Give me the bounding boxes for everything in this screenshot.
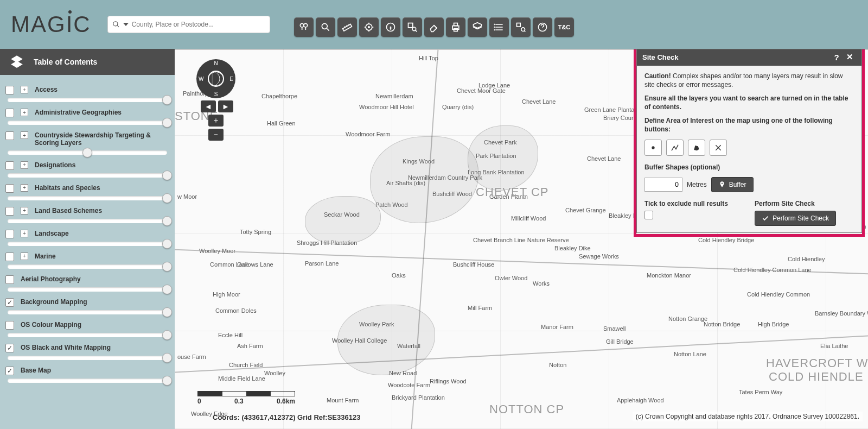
opacity-slider[interactable] — [8, 121, 167, 125]
search-box[interactable] — [107, 16, 270, 33]
panel-body: Caution! Complex shapes and/or too many … — [637, 66, 861, 232]
main-area: Table of Contents +Access+Administrative… — [0, 49, 868, 429]
exclude-checkbox[interactable] — [644, 211, 653, 219]
layer-label: Base Map — [21, 367, 169, 374]
aoi-clear[interactable] — [710, 140, 727, 156]
zoom-area-tool[interactable] — [403, 17, 422, 37]
map-label: Cold Hiendley — [788, 256, 825, 262]
map-label: Gallows Lane — [237, 261, 273, 268]
map-label: Bushcliff House — [453, 261, 494, 268]
info-tool[interactable] — [381, 17, 400, 37]
search-tool[interactable] — [316, 17, 335, 37]
buffer-input[interactable] — [644, 178, 682, 192]
svg-rect-10 — [454, 23, 458, 26]
bookmark-tool[interactable] — [468, 17, 487, 37]
opacity-slider[interactable] — [8, 378, 167, 383]
layer-checkbox[interactable] — [5, 298, 14, 307]
app-header: MAGIC T&C — [0, 0, 868, 49]
map-label: Woolley Hall College — [332, 337, 387, 344]
map-label: Monckton Manor — [647, 272, 691, 279]
opacity-slider[interactable] — [8, 264, 167, 269]
layer-checkbox[interactable] — [5, 230, 14, 238]
layer-checkbox[interactable] — [5, 86, 14, 94]
map-label: HAVERCROFT W — [766, 356, 868, 370]
svg-point-14 — [494, 29, 495, 30]
search-input[interactable] — [132, 21, 265, 28]
aoi-line[interactable] — [666, 140, 684, 156]
opacity-slider[interactable] — [8, 196, 167, 200]
layer-expand[interactable]: + — [21, 86, 28, 93]
svg-point-0 — [300, 23, 304, 27]
map-label: Woodmoor Farm — [346, 131, 390, 137]
map-label: COLD HIENDLE — [769, 370, 864, 384]
aoi-point[interactable] — [644, 140, 662, 156]
layer-label: Background Mapping — [21, 298, 169, 306]
layer-label: Marine — [35, 253, 169, 260]
layer-checkbox[interactable] — [5, 344, 14, 352]
app-logo: MAGIC — [11, 11, 91, 37]
layer-row: +Access — [5, 81, 169, 104]
layer-checkbox[interactable] — [5, 161, 14, 170]
sitecheck-tool[interactable] — [511, 17, 531, 37]
panel-header[interactable]: Site Check ? ✕ — [637, 49, 861, 66]
aoi-polygon[interactable] — [688, 140, 705, 156]
layer-expand[interactable]: + — [21, 131, 28, 139]
panel-close-icon[interactable]: ✕ — [843, 52, 856, 62]
help-tool[interactable] — [533, 17, 552, 37]
map-label: High Moor — [213, 291, 240, 298]
layer-expand[interactable]: + — [21, 207, 28, 214]
map-label: Barnsley Boundary Walk — [815, 310, 868, 317]
opacity-slider[interactable] — [8, 356, 167, 360]
print-tool[interactable] — [446, 17, 465, 37]
layer-expand[interactable]: + — [21, 230, 28, 237]
map-label: Hall Green — [267, 120, 296, 127]
nav-next[interactable]: ► — [218, 100, 233, 112]
layer-checkbox[interactable] — [5, 184, 14, 193]
measure-tool[interactable] — [337, 17, 357, 37]
opacity-slider[interactable] — [8, 150, 167, 155]
layer-row: Background Mapping — [5, 294, 169, 317]
opacity-slider[interactable] — [8, 242, 167, 246]
layer-expand[interactable]: + — [21, 253, 28, 260]
erase-tool[interactable] — [424, 17, 444, 37]
map-label: Bushcliff Wood — [432, 191, 472, 197]
map-label: Parson Lane — [305, 260, 339, 267]
layer-checkbox[interactable] — [5, 367, 14, 375]
map-label: Newmillerdam — [375, 93, 413, 99]
opacity-slider[interactable] — [8, 173, 167, 178]
target-tool[interactable] — [359, 17, 379, 37]
opacity-slider[interactable] — [8, 333, 167, 337]
buffer-button[interactable]: Buffer — [711, 177, 754, 192]
layer-label: Aerial Photography — [21, 275, 169, 283]
site-check-highlight: Site Check ? ✕ Caution! Complex shapes a… — [634, 49, 865, 237]
zoom-in[interactable]: ＋ — [208, 115, 224, 127]
nav-compass[interactable]: NSEW — [196, 59, 235, 98]
map-label: Chevet Grange — [565, 207, 606, 213]
panel-help-icon[interactable]: ? — [830, 53, 843, 62]
nav-prev[interactable]: ◄ — [201, 100, 216, 112]
map-label: Manor Farm — [541, 324, 573, 330]
layer-checkbox[interactable] — [5, 109, 14, 117]
svg-rect-15 — [517, 23, 521, 27]
identify-tool[interactable] — [294, 17, 314, 37]
layer-checkbox[interactable] — [5, 207, 14, 216]
layer-expand[interactable]: + — [21, 184, 28, 192]
map-label: Notton — [549, 362, 566, 368]
layer-expand[interactable]: + — [21, 109, 28, 116]
list-tool[interactable] — [489, 17, 509, 37]
layer-label: OS Black and White Mapping — [21, 344, 169, 351]
terms-tool[interactable]: T&C — [554, 17, 574, 37]
opacity-slider[interactable] — [8, 98, 167, 102]
zoom-out[interactable]: － — [208, 129, 224, 141]
opacity-slider[interactable] — [8, 310, 167, 314]
map-viewport[interactable]: Hill TopPainthorpeChapelthorpeNewmillerd… — [175, 49, 868, 429]
layer-checkbox[interactable] — [5, 131, 14, 140]
layer-checkbox[interactable] — [5, 275, 14, 284]
layer-checkbox[interactable] — [5, 253, 14, 261]
opacity-slider[interactable] — [8, 287, 167, 292]
opacity-slider[interactable] — [8, 219, 167, 223]
exclude-label: Tick to exclude null results — [644, 200, 744, 207]
perform-button[interactable]: Perform Site Check — [755, 211, 836, 226]
layer-expand[interactable]: + — [21, 161, 28, 169]
layer-checkbox[interactable] — [5, 321, 14, 330]
